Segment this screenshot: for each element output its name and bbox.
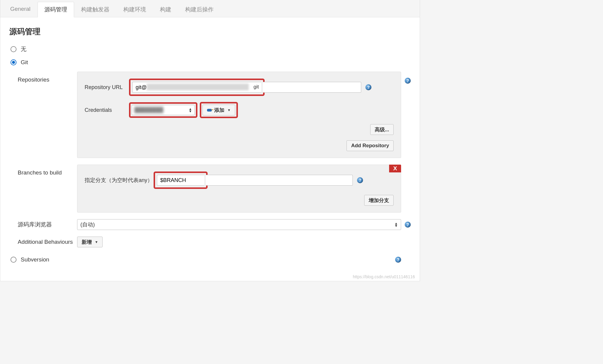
page-title: 源码管理 xyxy=(9,26,411,37)
repo-browser-select[interactable]: (自动) ▲▼ xyxy=(77,219,401,230)
tab-triggers[interactable]: 构建触发器 xyxy=(74,2,116,17)
chevron-down-icon: ▼ xyxy=(227,108,231,112)
add-behaviour-button[interactable]: 新增 ▼ xyxy=(77,237,103,247)
add-repository-button[interactable]: Add Repository xyxy=(346,140,394,151)
tabs-bar: General 源码管理 构建触发器 构建环境 构建 构建后操作 xyxy=(0,0,420,17)
key-icon xyxy=(207,109,212,112)
tab-scm[interactable]: 源码管理 xyxy=(38,2,74,17)
advanced-button[interactable]: 高级... xyxy=(370,124,394,135)
branches-label: Branches to build xyxy=(18,165,77,176)
help-icon[interactable]: ? xyxy=(405,78,411,84)
watermark: https://blog.csdn.net/u011146116 xyxy=(353,274,415,279)
repo-browser-value: (自动) xyxy=(80,221,95,228)
radio-icon xyxy=(10,46,16,52)
repositories-box: Repository URL git ? C xyxy=(77,72,401,158)
tab-environment[interactable]: 构建环境 xyxy=(116,2,153,17)
help-icon[interactable]: ? xyxy=(405,222,411,228)
updown-icon: ▲▼ xyxy=(189,108,192,112)
highlight-box: ████████ ▲▼ xyxy=(129,102,197,118)
help-icon[interactable]: ? xyxy=(395,257,401,263)
scm-none-label: 无 xyxy=(21,45,26,53)
highlight-box: git xyxy=(129,79,265,96)
highlight-box xyxy=(154,172,208,189)
add-behaviour-label: 新增 xyxy=(82,239,92,246)
highlight-box: 添加 ▼ xyxy=(200,102,238,118)
repositories-label: Repositories xyxy=(18,72,77,83)
add-cred-label: 添加 xyxy=(214,107,224,114)
help-icon[interactable]: ? xyxy=(357,177,363,183)
radio-icon xyxy=(10,257,16,263)
add-behaviours-label: Additional Behaviours xyxy=(18,239,77,245)
branches-box: X 指定分支（为空时代表any） ? 增加分支 xyxy=(77,165,401,213)
credentials-select[interactable]: ████████ ▲▼ xyxy=(132,105,195,115)
tab-build[interactable]: 构建 xyxy=(153,2,178,17)
repo-browser-label: 源码库浏览器 xyxy=(18,221,77,228)
updown-icon: ▲▼ xyxy=(394,222,398,227)
delete-branch-button[interactable]: X xyxy=(389,165,401,172)
branch-spec-label: 指定分支（为空时代表any） xyxy=(85,177,157,184)
branch-input[interactable] xyxy=(157,175,204,186)
credentials-label: Credentials xyxy=(85,107,133,113)
radio-icon xyxy=(10,59,16,65)
repo-url-label: Repository URL xyxy=(85,84,133,91)
help-icon[interactable]: ? xyxy=(365,84,371,90)
chevron-down-icon: ▼ xyxy=(95,240,98,244)
tab-general[interactable]: General xyxy=(3,2,38,17)
add-credentials-button[interactable]: 添加 ▼ xyxy=(202,105,235,115)
credentials-value: ████████ xyxy=(134,107,163,113)
branch-input-ext[interactable] xyxy=(206,175,353,186)
scm-git-label: Git xyxy=(21,59,28,66)
add-branch-button[interactable]: 增加分支 xyxy=(364,195,394,206)
repo-url-suffix: git xyxy=(254,84,259,90)
tab-post-build[interactable]: 构建后操作 xyxy=(178,2,220,17)
repo-url-input-ext[interactable] xyxy=(263,82,361,93)
scm-option-none[interactable]: 无 xyxy=(10,45,411,53)
scm-option-git[interactable]: Git xyxy=(10,59,411,66)
scm-svn-label: Subversion xyxy=(21,256,49,263)
